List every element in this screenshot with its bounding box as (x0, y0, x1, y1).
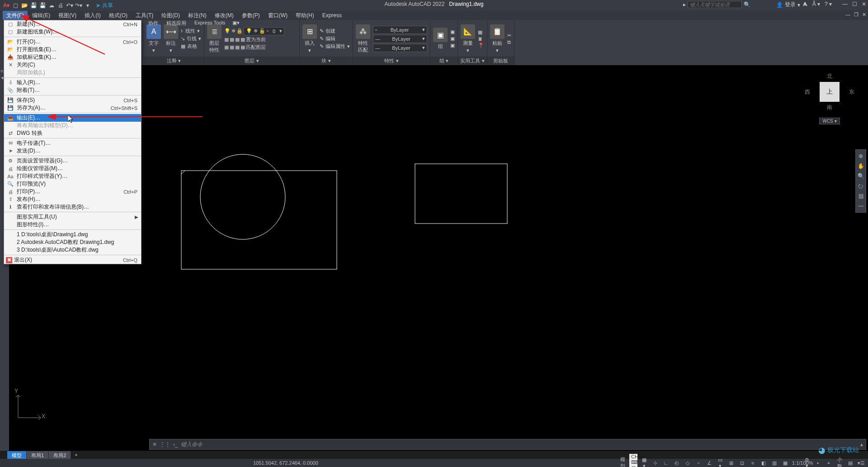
file-menu-item[interactable]: ✖退出(X)Ctrl+Q (4, 256, 141, 264)
file-menu-item[interactable]: ℹ查看打印和发布详细信息(B)… (4, 203, 141, 211)
create-block-button[interactable]: ✎创建 (320, 28, 350, 34)
edit-attr-button[interactable]: ✎编辑属性 ▾ (320, 43, 350, 50)
file-menu-item[interactable]: 📥加载标记集(K)… (4, 53, 141, 61)
status-grid-icon[interactable]: ▦ ▾ (640, 457, 648, 467)
panel-clipboard-title[interactable]: 剪贴板 (487, 57, 514, 65)
plot-icon[interactable]: 🖨 (57, 2, 64, 9)
layer-mini-icon5[interactable]: ▦ (224, 44, 229, 50)
file-menu-item[interactable]: 💾保存(S)Ctrl+S (4, 96, 141, 104)
status-lwt-icon[interactable]: ≡ (749, 460, 757, 466)
file-menu-item[interactable]: ⇄DWG 转换 (4, 129, 141, 137)
file-menu-item[interactable]: ▢新建图纸集(W)… (4, 28, 141, 36)
file-menu-item[interactable]: 图形特性(I)… (4, 221, 141, 229)
paste-button[interactable]: 📋 粘贴▾ (490, 24, 505, 53)
search-input[interactable] (688, 1, 742, 8)
status-gear-icon[interactable]: ⚙ ▾ (803, 457, 811, 467)
search-icon[interactable]: 🔍 (744, 1, 750, 8)
file-menu-item[interactable]: ➤发送(D)… (4, 147, 141, 155)
file-menu-item[interactable]: 📂打开图纸集(E)… (4, 46, 141, 53)
status-dyn-icon[interactable]: ⊡ (738, 460, 746, 466)
measure-button[interactable]: 📐 测量▾ (461, 24, 475, 53)
status-ortho-icon[interactable]: ∟ (662, 460, 670, 466)
linear-button[interactable]: ⊦线性 ▾ (181, 28, 201, 34)
lineweight-dropdown[interactable]: —ByLayer▾ (373, 35, 427, 43)
text-button[interactable]: A 文字▾ (146, 24, 161, 53)
layer-mini-icon6[interactable]: ▦ (230, 44, 234, 50)
close-icon[interactable]: ✕ (862, 1, 866, 7)
ribbon-tab-collab[interactable]: 协作 (145, 19, 162, 28)
table-button[interactable]: ▦表格 (181, 43, 201, 50)
ribbon-tab-more-icon[interactable]: ▣▾ (230, 19, 242, 28)
layer-lock-icon[interactable]: 🔒 (236, 28, 243, 34)
nav-pan-icon[interactable]: ✋ (857, 162, 864, 170)
redo-icon[interactable]: ↷▾ (75, 2, 82, 9)
panel-annotate-title[interactable]: 注释 ▾ (144, 57, 204, 65)
autodesk-app-icon[interactable]: ⮝ (802, 1, 808, 7)
status-osnap-icon[interactable]: ▫ (694, 460, 703, 466)
edit-block-button[interactable]: ✎编辑 (320, 35, 350, 42)
status-decimal[interactable]: 小数 (835, 456, 844, 467)
menu-file[interactable]: 文件(F) (3, 11, 28, 20)
qa-dropdown-icon[interactable]: ▾ (84, 2, 91, 9)
file-menu-item[interactable]: ▢新建(N)…Ctrl+N (4, 20, 141, 28)
status-plus-icon[interactable]: + (825, 460, 833, 466)
status-iso-icon[interactable]: ◇ (684, 460, 692, 466)
group-button[interactable]: ▣ 组 (433, 28, 448, 50)
file-menu-item[interactable]: 图形实用工具(U)▶ (4, 213, 141, 221)
leader-button[interactable]: ↘引线 ▾ (181, 35, 201, 42)
file-menu-item[interactable]: 📂打开(O)…Ctrl+O (4, 38, 141, 46)
viewcube-north[interactable]: 北 (805, 72, 854, 80)
status-ducs-icon[interactable]: ⊞ (727, 460, 735, 466)
file-menu-item[interactable]: 🖨打印(P)…Ctrl+P (4, 188, 141, 195)
viewcube-south[interactable]: 南 (805, 104, 854, 111)
share-button[interactable]: ➤ 共享 (96, 2, 113, 10)
match-properties-button[interactable]: ⁂ 特性 匹配 (356, 24, 370, 53)
menu-help[interactable]: 帮助(H) (292, 11, 318, 20)
copy-icon[interactable]: ⧉ (507, 39, 511, 45)
status-polar-icon[interactable]: ◴ (673, 460, 681, 466)
ribbon-tab-featured[interactable]: 精选应用 (163, 19, 190, 28)
ribbon-tab-express[interactable]: Express Tools (191, 19, 229, 28)
linetype-dropdown[interactable]: —ByLayer▾ (373, 44, 427, 52)
menu-view[interactable]: 视图(V) (55, 11, 80, 20)
doc-restore-icon[interactable]: ❐ (854, 12, 859, 18)
layer-state-icon[interactable]: 💡 (224, 28, 231, 34)
status-trans-icon[interactable]: ◧ (760, 460, 768, 466)
file-menu-item[interactable]: ⇩输入(R)… (4, 79, 141, 86)
util-mini-icon3[interactable]: 📍 (478, 43, 484, 48)
file-menu-item[interactable]: ✕关闭(C) (4, 61, 141, 69)
util-mini-icon2[interactable]: 🖩 (478, 36, 484, 42)
file-menu-item[interactable]: ⇪发布(H)… (4, 195, 141, 203)
match-layer-button[interactable]: 匹配图层 (246, 44, 266, 51)
file-menu-item[interactable]: 1 D:\tools\桌面\Drawing1.dwg (4, 231, 141, 238)
status-ime[interactable]: CH ⌨ 简 (629, 454, 637, 467)
maximize-icon[interactable]: ☐ (852, 1, 857, 7)
web-mobile-icon[interactable]: ☁ (48, 2, 55, 9)
layer-freeze-icon[interactable]: ❄ (231, 28, 236, 34)
menu-window[interactable]: 窗口(W) (264, 11, 291, 20)
grp-mini-icon[interactable]: ▣ (450, 29, 455, 35)
layer-mini-icon[interactable]: ▦ (224, 37, 229, 43)
status-space[interactable]: 模型 (618, 456, 627, 467)
layer-mini-icon3[interactable]: ▦ (235, 37, 240, 43)
status-sel-icon[interactable]: ▦ (781, 460, 789, 466)
panel-properties-title[interactable]: 特性 ▾ (353, 57, 430, 65)
cmd-close-icon[interactable]: ✕ (152, 441, 157, 448)
file-menu-item[interactable]: 📎附着(T)… (4, 86, 141, 94)
file-menu-item[interactable]: ✉电子传递(T)… (4, 139, 141, 147)
viewcube-east[interactable]: 东 (849, 88, 854, 96)
file-menu-item[interactable]: 🖨绘图仪管理器(M)… (4, 165, 141, 172)
command-line[interactable]: ✕ ⋮⋮ ›_ 键入命令 ▴ (149, 439, 866, 450)
grp-mini-icon3[interactable]: ▣ (450, 43, 455, 48)
panel-groups-title[interactable]: 组 ▾ (430, 57, 458, 65)
signin-button[interactable]: 👤 登录 ▾ (776, 1, 800, 9)
nav-more-icon[interactable]: — (857, 202, 864, 210)
viewcube-west[interactable]: 西 (805, 88, 810, 96)
status-otrack-icon[interactable]: ▭ ▾ (716, 457, 724, 467)
panel-blocks-title[interactable]: 块 ▾ (300, 57, 353, 65)
layer-mini-icon2[interactable]: ▦ (230, 37, 234, 43)
status-dock-icon[interactable]: ▤ (846, 460, 854, 466)
layer-mini-icon7[interactable]: ▦ (235, 44, 240, 50)
open-icon[interactable]: 📂 (21, 2, 28, 9)
viewcube[interactable]: 北 西 上 东 南 WCS ▾ (805, 72, 854, 131)
